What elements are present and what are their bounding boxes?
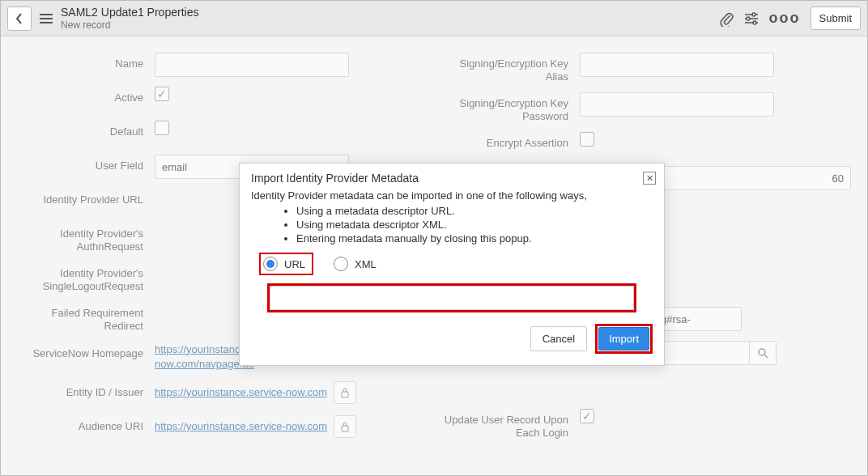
modal-close-button[interactable]: ✕	[643, 172, 656, 185]
radio-url-label: URL	[284, 258, 305, 270]
svg-point-1	[752, 13, 755, 16]
svg-point-5	[753, 21, 756, 24]
page-subtitle: New record	[61, 19, 719, 31]
modal-bullet: Entering metadata manually by closing th…	[296, 232, 653, 244]
metadata-url-highlight	[267, 283, 636, 312]
cancel-button[interactable]: Cancel	[530, 326, 587, 351]
close-icon: ✕	[646, 173, 653, 184]
radio-xml-option[interactable]: XML	[331, 254, 383, 274]
radio-icon	[263, 257, 278, 271]
modal-bullet: Using a metadata descriptor URL.	[296, 205, 653, 217]
import-button-highlight: Import	[595, 324, 653, 354]
page-header: SAML2 Update1 Properties New record ooo …	[1, 1, 867, 36]
radio-url-option[interactable]: URL	[259, 253, 313, 275]
metadata-url-input[interactable]	[270, 286, 634, 310]
settings-icon[interactable]	[743, 11, 760, 26]
header-actions: ooo Submit	[719, 6, 861, 30]
metadata-source-radios: URL XML	[259, 253, 653, 275]
back-button[interactable]	[7, 6, 32, 31]
modal-bullet: Using metadata descriptor XML.	[296, 219, 653, 231]
menu-icon[interactable]	[40, 14, 53, 23]
chevron-left-icon	[15, 13, 23, 24]
radio-icon	[334, 257, 348, 271]
modal-description: Identity Provider metadata can be import…	[251, 189, 653, 202]
modal-actions: Cancel Import	[251, 324, 653, 354]
attachment-icon[interactable]	[719, 11, 734, 27]
submit-button[interactable]: Submit	[811, 6, 861, 30]
modal-title: Import Identity Provider Metadata	[251, 172, 653, 185]
radio-xml-label: XML	[355, 258, 377, 270]
import-metadata-modal: ✕ Import Identity Provider Metadata Iden…	[239, 163, 665, 366]
more-icon[interactable]: ooo	[769, 10, 801, 27]
import-button[interactable]: Import	[598, 327, 649, 351]
modal-bullet-list: Using a metadata descriptor URL. Using m…	[296, 205, 653, 244]
page-title: SAML2 Update1 Properties	[61, 6, 719, 19]
svg-point-3	[747, 17, 750, 20]
title-block: SAML2 Update1 Properties New record	[61, 6, 719, 31]
